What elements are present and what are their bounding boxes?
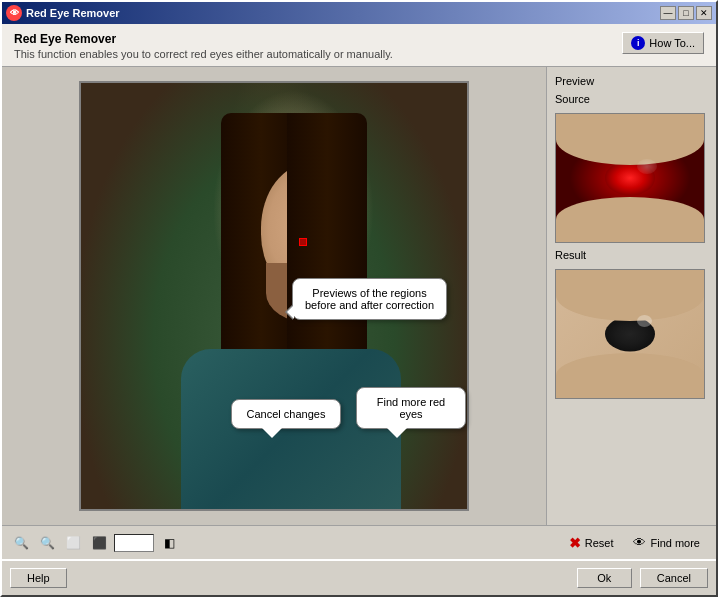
- red-eye-marker: [299, 238, 307, 246]
- title-bar: 👁 Red Eye Remover — □ ✕: [2, 2, 716, 24]
- preview-section-label: Preview: [555, 75, 708, 87]
- minimize-button[interactable]: —: [660, 6, 676, 20]
- title-bar-buttons: — □ ✕: [660, 6, 712, 20]
- image-area: Previews of the regions before and after…: [2, 67, 546, 525]
- source-label: Source: [555, 93, 708, 105]
- findmore-button[interactable]: 👁 Find more: [625, 533, 708, 552]
- zoom-select-button[interactable]: ◧: [158, 532, 180, 554]
- eye-icon: 👁: [633, 535, 646, 550]
- header-description: This function enables you to correct red…: [14, 48, 393, 60]
- cancel-button[interactable]: Cancel: [640, 568, 708, 588]
- close-button[interactable]: ✕: [696, 6, 712, 20]
- source-eye-image: [556, 114, 704, 242]
- reset-icon: ✖: [569, 535, 581, 551]
- header-text: Red Eye Remover This function enables yo…: [14, 32, 393, 60]
- result-label: Result: [555, 249, 708, 261]
- preview-callout: Previews of the regions before and after…: [292, 278, 447, 320]
- zoom-input[interactable]: 68%: [114, 534, 154, 552]
- bottom-bar: Help Ok Cancel: [2, 559, 716, 595]
- zoom-out-button[interactable]: 🔍: [10, 532, 32, 554]
- main-window: 👁 Red Eye Remover — □ ✕ Red Eye Remover …: [0, 0, 718, 597]
- ok-button[interactable]: Ok: [577, 568, 632, 588]
- main-section: Previews of the regions before and after…: [2, 67, 716, 525]
- result-eye-image: [556, 270, 704, 398]
- eyelid-top-source: [556, 114, 704, 165]
- eyelid-bottom-source: [556, 197, 704, 242]
- zoom-in-button[interactable]: 🔍: [36, 532, 58, 554]
- findmore-callout: Find more red eyes: [356, 387, 466, 429]
- actual-size-button[interactable]: ⬛: [88, 532, 110, 554]
- header-section: Red Eye Remover This function enables yo…: [2, 24, 716, 67]
- app-icon: 👁: [6, 5, 22, 21]
- maximize-button[interactable]: □: [678, 6, 694, 20]
- photo-container[interactable]: Previews of the regions before and after…: [79, 81, 469, 511]
- how-to-button[interactable]: i How To...: [622, 32, 704, 54]
- fit-page-button[interactable]: ⬜: [62, 532, 84, 554]
- content-area: Red Eye Remover This function enables yo…: [2, 24, 716, 595]
- source-preview-box: [555, 113, 705, 243]
- info-icon: i: [631, 36, 645, 50]
- window-title: Red Eye Remover: [26, 7, 656, 19]
- eyelid-top-result: [556, 270, 704, 321]
- cancel-callout: Cancel changes: [231, 399, 341, 429]
- reset-button[interactable]: ✖ Reset: [561, 533, 622, 553]
- eyelid-bottom-result: [556, 353, 704, 398]
- header-title: Red Eye Remover: [14, 32, 393, 46]
- toolbar: 🔍 🔍 ⬜ ⬛ 68% ◧ ✖ Reset 👁 Find more: [2, 525, 716, 559]
- result-preview-box: [555, 269, 705, 399]
- teal-clothing: [181, 349, 401, 509]
- help-button[interactable]: Help: [10, 568, 67, 588]
- preview-panel: Preview Source Result: [546, 67, 716, 525]
